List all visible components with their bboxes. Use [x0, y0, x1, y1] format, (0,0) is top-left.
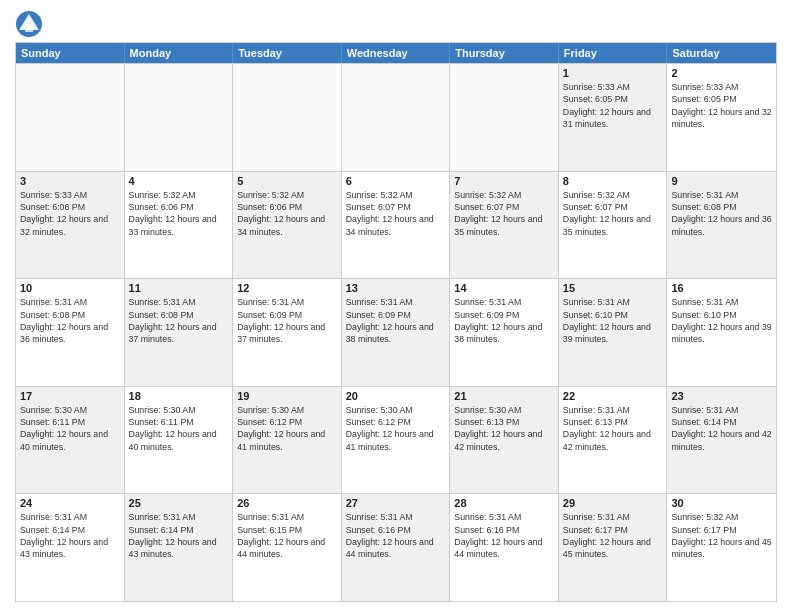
day-info: Sunrise: 5:33 AM Sunset: 6:06 PM Dayligh… — [20, 190, 108, 237]
day-number: 26 — [237, 497, 337, 509]
day-number: 2 — [671, 67, 772, 79]
calendar-cell: 14Sunrise: 5:31 AM Sunset: 6:09 PM Dayli… — [450, 279, 559, 386]
calendar-cell: 5Sunrise: 5:32 AM Sunset: 6:06 PM Daylig… — [233, 172, 342, 279]
day-number: 22 — [563, 390, 663, 402]
calendar-cell: 15Sunrise: 5:31 AM Sunset: 6:10 PM Dayli… — [559, 279, 668, 386]
calendar-cell: 18Sunrise: 5:30 AM Sunset: 6:11 PM Dayli… — [125, 387, 234, 494]
weekday-header: Monday — [125, 43, 234, 63]
calendar-cell: 1Sunrise: 5:33 AM Sunset: 6:05 PM Daylig… — [559, 64, 668, 171]
calendar-week: 24Sunrise: 5:31 AM Sunset: 6:14 PM Dayli… — [16, 493, 776, 601]
calendar-week: 10Sunrise: 5:31 AM Sunset: 6:08 PM Dayli… — [16, 278, 776, 386]
day-number: 6 — [346, 175, 446, 187]
day-info: Sunrise: 5:31 AM Sunset: 6:08 PM Dayligh… — [20, 297, 108, 344]
calendar-cell: 16Sunrise: 5:31 AM Sunset: 6:10 PM Dayli… — [667, 279, 776, 386]
calendar-cell: 10Sunrise: 5:31 AM Sunset: 6:08 PM Dayli… — [16, 279, 125, 386]
day-info: Sunrise: 5:31 AM Sunset: 6:14 PM Dayligh… — [20, 512, 108, 559]
day-number: 17 — [20, 390, 120, 402]
day-info: Sunrise: 5:33 AM Sunset: 6:05 PM Dayligh… — [563, 82, 651, 129]
day-number: 29 — [563, 497, 663, 509]
day-number: 20 — [346, 390, 446, 402]
day-number: 24 — [20, 497, 120, 509]
day-number: 12 — [237, 282, 337, 294]
day-number: 21 — [454, 390, 554, 402]
svg-rect-2 — [25, 24, 33, 32]
day-info: Sunrise: 5:30 AM Sunset: 6:13 PM Dayligh… — [454, 405, 542, 452]
day-info: Sunrise: 5:31 AM Sunset: 6:14 PM Dayligh… — [671, 405, 771, 452]
calendar-cell: 17Sunrise: 5:30 AM Sunset: 6:11 PM Dayli… — [16, 387, 125, 494]
day-info: Sunrise: 5:32 AM Sunset: 6:06 PM Dayligh… — [129, 190, 217, 237]
day-number: 4 — [129, 175, 229, 187]
weekday-header: Wednesday — [342, 43, 451, 63]
calendar-cell: 20Sunrise: 5:30 AM Sunset: 6:12 PM Dayli… — [342, 387, 451, 494]
weekday-header: Sunday — [16, 43, 125, 63]
calendar-week: 3Sunrise: 5:33 AM Sunset: 6:06 PM Daylig… — [16, 171, 776, 279]
calendar-cell: 29Sunrise: 5:31 AM Sunset: 6:17 PM Dayli… — [559, 494, 668, 601]
day-number: 25 — [129, 497, 229, 509]
calendar-cell: 6Sunrise: 5:32 AM Sunset: 6:07 PM Daylig… — [342, 172, 451, 279]
day-number: 3 — [20, 175, 120, 187]
day-number: 7 — [454, 175, 554, 187]
calendar-week: 1Sunrise: 5:33 AM Sunset: 6:05 PM Daylig… — [16, 63, 776, 171]
day-info: Sunrise: 5:32 AM Sunset: 6:06 PM Dayligh… — [237, 190, 325, 237]
day-info: Sunrise: 5:31 AM Sunset: 6:17 PM Dayligh… — [563, 512, 651, 559]
day-info: Sunrise: 5:31 AM Sunset: 6:10 PM Dayligh… — [563, 297, 651, 344]
calendar-cell — [450, 64, 559, 171]
day-info: Sunrise: 5:31 AM Sunset: 6:14 PM Dayligh… — [129, 512, 217, 559]
day-info: Sunrise: 5:31 AM Sunset: 6:09 PM Dayligh… — [454, 297, 542, 344]
day-number: 13 — [346, 282, 446, 294]
calendar-cell: 30Sunrise: 5:32 AM Sunset: 6:17 PM Dayli… — [667, 494, 776, 601]
day-number: 16 — [671, 282, 772, 294]
day-info: Sunrise: 5:30 AM Sunset: 6:12 PM Dayligh… — [346, 405, 434, 452]
calendar-cell: 24Sunrise: 5:31 AM Sunset: 6:14 PM Dayli… — [16, 494, 125, 601]
day-info: Sunrise: 5:31 AM Sunset: 6:08 PM Dayligh… — [671, 190, 771, 237]
calendar-cell — [342, 64, 451, 171]
day-info: Sunrise: 5:31 AM Sunset: 6:16 PM Dayligh… — [346, 512, 434, 559]
day-info: Sunrise: 5:31 AM Sunset: 6:13 PM Dayligh… — [563, 405, 651, 452]
logo-icon — [15, 10, 43, 38]
day-number: 23 — [671, 390, 772, 402]
day-info: Sunrise: 5:31 AM Sunset: 6:09 PM Dayligh… — [237, 297, 325, 344]
day-info: Sunrise: 5:30 AM Sunset: 6:11 PM Dayligh… — [20, 405, 108, 452]
calendar: SundayMondayTuesdayWednesdayThursdayFrid… — [15, 42, 777, 602]
day-info: Sunrise: 5:31 AM Sunset: 6:09 PM Dayligh… — [346, 297, 434, 344]
day-number: 14 — [454, 282, 554, 294]
day-number: 11 — [129, 282, 229, 294]
calendar-cell: 27Sunrise: 5:31 AM Sunset: 6:16 PM Dayli… — [342, 494, 451, 601]
day-info: Sunrise: 5:33 AM Sunset: 6:05 PM Dayligh… — [671, 82, 771, 129]
day-info: Sunrise: 5:32 AM Sunset: 6:07 PM Dayligh… — [454, 190, 542, 237]
calendar-cell — [125, 64, 234, 171]
calendar-week: 17Sunrise: 5:30 AM Sunset: 6:11 PM Dayli… — [16, 386, 776, 494]
calendar-cell: 22Sunrise: 5:31 AM Sunset: 6:13 PM Dayli… — [559, 387, 668, 494]
day-info: Sunrise: 5:30 AM Sunset: 6:11 PM Dayligh… — [129, 405, 217, 452]
day-number: 27 — [346, 497, 446, 509]
calendar-cell: 21Sunrise: 5:30 AM Sunset: 6:13 PM Dayli… — [450, 387, 559, 494]
day-info: Sunrise: 5:32 AM Sunset: 6:07 PM Dayligh… — [346, 190, 434, 237]
calendar-cell — [16, 64, 125, 171]
weekday-header: Thursday — [450, 43, 559, 63]
calendar-cell: 4Sunrise: 5:32 AM Sunset: 6:06 PM Daylig… — [125, 172, 234, 279]
day-info: Sunrise: 5:32 AM Sunset: 6:07 PM Dayligh… — [563, 190, 651, 237]
calendar-cell: 23Sunrise: 5:31 AM Sunset: 6:14 PM Dayli… — [667, 387, 776, 494]
day-number: 19 — [237, 390, 337, 402]
calendar-header: SundayMondayTuesdayWednesdayThursdayFrid… — [16, 43, 776, 63]
day-number: 8 — [563, 175, 663, 187]
logo — [15, 10, 47, 38]
day-info: Sunrise: 5:31 AM Sunset: 6:16 PM Dayligh… — [454, 512, 542, 559]
calendar-cell: 3Sunrise: 5:33 AM Sunset: 6:06 PM Daylig… — [16, 172, 125, 279]
day-info: Sunrise: 5:31 AM Sunset: 6:10 PM Dayligh… — [671, 297, 771, 344]
weekday-header: Friday — [559, 43, 668, 63]
calendar-cell: 7Sunrise: 5:32 AM Sunset: 6:07 PM Daylig… — [450, 172, 559, 279]
calendar-body: 1Sunrise: 5:33 AM Sunset: 6:05 PM Daylig… — [16, 63, 776, 601]
day-info: Sunrise: 5:31 AM Sunset: 6:08 PM Dayligh… — [129, 297, 217, 344]
calendar-cell: 26Sunrise: 5:31 AM Sunset: 6:15 PM Dayli… — [233, 494, 342, 601]
day-number: 30 — [671, 497, 772, 509]
day-number: 5 — [237, 175, 337, 187]
day-info: Sunrise: 5:30 AM Sunset: 6:12 PM Dayligh… — [237, 405, 325, 452]
calendar-cell: 2Sunrise: 5:33 AM Sunset: 6:05 PM Daylig… — [667, 64, 776, 171]
header — [15, 10, 777, 38]
calendar-cell: 28Sunrise: 5:31 AM Sunset: 6:16 PM Dayli… — [450, 494, 559, 601]
calendar-cell: 11Sunrise: 5:31 AM Sunset: 6:08 PM Dayli… — [125, 279, 234, 386]
calendar-cell: 8Sunrise: 5:32 AM Sunset: 6:07 PM Daylig… — [559, 172, 668, 279]
calendar-cell: 25Sunrise: 5:31 AM Sunset: 6:14 PM Dayli… — [125, 494, 234, 601]
day-number: 28 — [454, 497, 554, 509]
